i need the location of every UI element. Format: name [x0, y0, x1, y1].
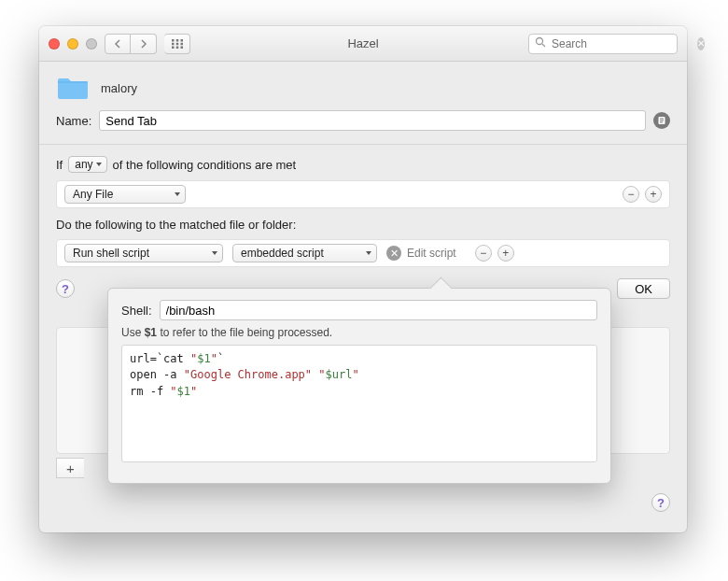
edit-script-label: Edit script [407, 247, 456, 260]
condition-quantifier-select[interactable]: any [68, 156, 106, 173]
divider [39, 144, 687, 145]
help-button-inline[interactable]: ? [56, 279, 75, 298]
preferences-window: Hazel ✕ + ? malory Name: [39, 26, 687, 532]
add-rule-button[interactable]: + [56, 458, 84, 478]
add-action-button[interactable]: + [497, 245, 514, 262]
name-label: Name: [56, 114, 91, 128]
zoom-window-button[interactable] [86, 38, 97, 50]
minimize-window-button[interactable] [67, 38, 78, 50]
search-icon [535, 36, 546, 50]
search-field[interactable]: ✕ [528, 34, 678, 54]
svg-point-9 [537, 38, 543, 45]
ok-button[interactable]: OK [617, 278, 670, 299]
svg-rect-5 [180, 42, 183, 45]
svg-line-10 [542, 44, 545, 47]
actions-heading: Do the following to the matched file or … [56, 218, 670, 232]
folder-name: malory [101, 81, 137, 95]
clear-search-icon[interactable]: ✕ [697, 37, 705, 50]
rule-name-row: Name: [56, 110, 670, 131]
show-all-button[interactable] [164, 34, 190, 54]
svg-rect-2 [180, 39, 183, 42]
shell-path-input[interactable] [160, 300, 597, 320]
traffic-lights [49, 38, 97, 50]
forward-button[interactable] [131, 34, 157, 54]
action-verb-select[interactable]: Run shell script [64, 244, 223, 262]
folder-icon [56, 75, 90, 101]
condition-row: Any File − + [56, 180, 670, 208]
folder-row: malory [56, 75, 670, 101]
svg-rect-7 [175, 46, 178, 49]
remove-condition-button[interactable]: − [623, 186, 639, 203]
shell-hint: Use $1 to refer to the file being proces… [121, 326, 597, 339]
svg-rect-6 [172, 46, 175, 49]
back-button[interactable] [105, 34, 131, 54]
svg-rect-8 [180, 46, 183, 49]
conditions-suffix: of the following conditions are met [113, 158, 297, 172]
close-window-button[interactable] [49, 38, 60, 50]
action-row: Run shell script embedded script ✕ Edit … [56, 239, 670, 267]
conditions-header: If any of the following conditions are m… [56, 156, 670, 173]
remove-action-button[interactable]: − [475, 245, 492, 262]
nav-back-forward [105, 34, 157, 54]
rule-name-input[interactable] [99, 110, 646, 131]
script-textarea[interactable]: url=`cat "$1"` open -a "Google Chrome.ap… [121, 345, 597, 462]
shell-label: Shell: [121, 304, 152, 318]
condition-subject-select[interactable]: Any File [64, 185, 186, 204]
help-button[interactable]: ? [651, 493, 670, 512]
svg-rect-0 [172, 39, 175, 42]
rule-editor: malory Name: If any of the following con… [39, 62, 687, 173]
add-condition-button[interactable]: + [645, 186, 662, 203]
search-input[interactable] [552, 37, 692, 50]
edit-script-button[interactable]: ✕ Edit script [386, 246, 456, 261]
svg-rect-1 [175, 39, 178, 42]
svg-rect-3 [172, 42, 175, 45]
close-icon: ✕ [386, 246, 401, 261]
action-target-select[interactable]: embedded script [232, 244, 377, 262]
svg-rect-11 [659, 117, 665, 124]
notes-icon[interactable] [653, 112, 670, 129]
svg-rect-4 [175, 42, 178, 45]
titlebar: Hazel ✕ [39, 26, 687, 62]
script-editor-popover: Shell: Use $1 to refer to the file being… [107, 288, 611, 484]
if-label: If [56, 158, 63, 172]
